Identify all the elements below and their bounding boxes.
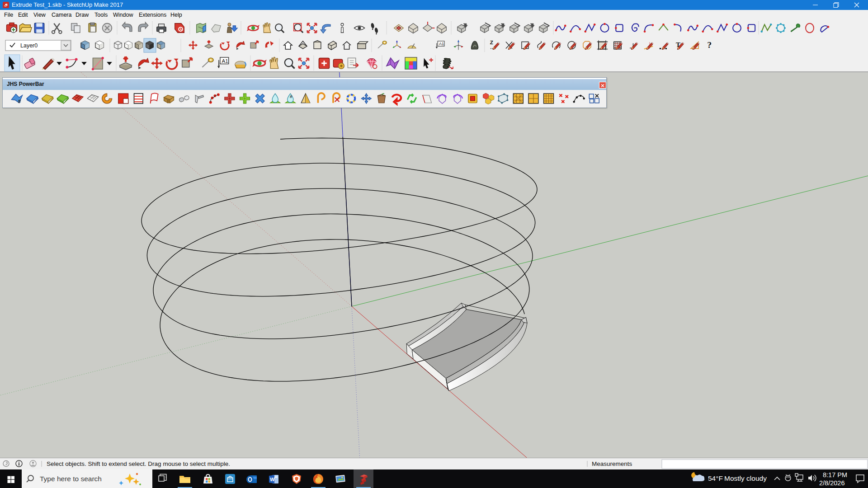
svg-text:Z: Z xyxy=(490,39,493,45)
svg-text:Type here to search: Type here to search xyxy=(40,475,102,483)
svg-text:Select objects. Shift to exten: Select objects. Shift to extend select. … xyxy=(47,460,230,467)
svg-text:Layer0: Layer0 xyxy=(20,42,38,49)
svg-text:A1: A1 xyxy=(222,58,228,64)
svg-text:8:17 PM: 8:17 PM xyxy=(823,471,847,479)
svg-text:2/8/2026: 2/8/2026 xyxy=(819,479,844,487)
svg-text:Mostly cloudy: Mostly cloudy xyxy=(724,474,767,482)
svg-text:Measurements: Measurements xyxy=(592,460,632,467)
svg-text:#: # xyxy=(290,94,292,99)
svg-text:54°F: 54°F xyxy=(708,474,723,482)
svg-text:#: # xyxy=(18,99,21,104)
svg-text:W: W xyxy=(270,477,275,482)
svg-text:A1: A1 xyxy=(439,42,444,46)
svg-text:?: ? xyxy=(707,40,712,50)
